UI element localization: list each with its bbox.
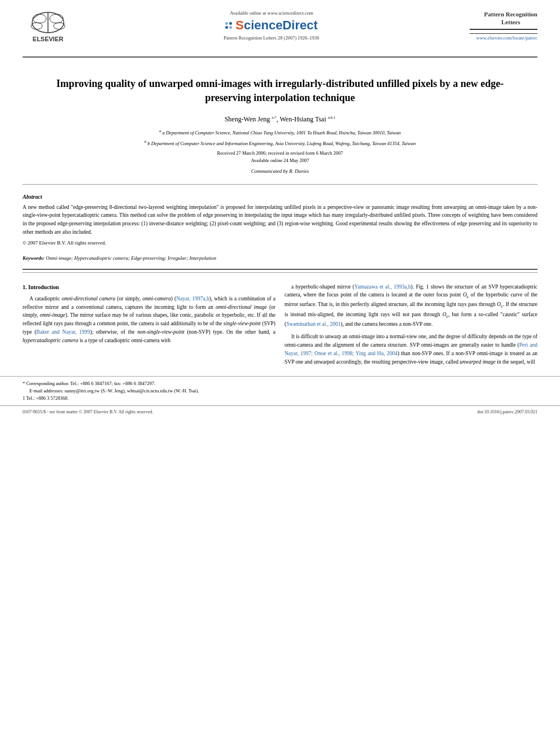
keywords-text: Omni-image; Hypercatadioptric camera; Ed… — [46, 255, 216, 261]
abstract-section: Abstract A new method called "edge-prese… — [0, 189, 560, 252]
footer-bar: 0167-8655/$ - see front matter © 2007 El… — [0, 405, 560, 418]
header: ELSEVIER Available online at www.science… — [0, 0, 560, 54]
authors: Sheng-Wen Jeng a,*, Wen-Hsiang Tsai a,b,… — [45, 115, 515, 124]
footnote-star: * Corresponding author. Tel.: +886 6 384… — [23, 380, 537, 387]
col-left: 1. Introduction A catadioptric omni-dire… — [23, 283, 275, 371]
copyright: © 2007 Elsevier B.V. All rights reserved… — [23, 239, 537, 247]
elsevier-logo: ELSEVIER — [23, 10, 73, 51]
header-right: Pattern RecognitionLetters www.elsevier.… — [470, 10, 537, 41]
sd-dots — [225, 22, 232, 29]
received-date: Received 27 March 2006; received in revi… — [45, 150, 515, 165]
section1-para3: It is difficult to unwarp an omni-image … — [285, 333, 537, 366]
header-top: ELSEVIER Available online at www.science… — [23, 10, 537, 51]
footnotes: * Corresponding author. Tel.: +886 6 384… — [0, 376, 560, 405]
title-section: Improving quality of unwarped omni-image… — [0, 60, 560, 180]
abstract-title: Abstract — [23, 194, 537, 200]
keywords-section: Keywords: Omni-image; Hypercatadioptric … — [0, 252, 560, 264]
journal-name-line: Pattern Recognition Letters 28 (2007) 19… — [224, 35, 319, 41]
footer-issn: 0167-8655/$ - see front matter © 2007 El… — [23, 409, 153, 414]
keywords-label: Keywords: — [23, 255, 45, 261]
sciencedirect-text: ScienceDirect — [235, 18, 318, 33]
sciencedirect-logo: ScienceDirect — [225, 18, 318, 33]
paper-title: Improving quality of unwarped omni-image… — [45, 77, 515, 105]
communicated: Communicated by R. Davies — [45, 168, 515, 174]
page: ELSEVIER Available online at www.science… — [0, 0, 560, 747]
section1-heading: 1. Introduction — [23, 283, 275, 292]
section1-para2: a hyperbolic-shaped mirror (Yamazawa et … — [285, 283, 537, 329]
main-content: 1. Introduction A catadioptric omni-dire… — [0, 277, 560, 377]
footnote-email: E-mail addresses: sunny@itri.org.tw (S.-… — [23, 387, 537, 395]
footer-doi: doi:10.1016/j.patrec.2007.03.021 — [478, 409, 537, 414]
abstract-text: A new method called "edge-preserving 8-d… — [23, 203, 537, 237]
col-right: a hyperbolic-shaped mirror (Yamazawa et … — [285, 283, 537, 371]
section1-para1: A catadioptric omni-directional camera (… — [23, 295, 275, 344]
affiliation-a: a a Department of Computer Science, Nati… — [45, 128, 515, 137]
website-line: www.elsevier.com/locate/patrec — [476, 35, 537, 41]
affiliation-b: b b Department of Computer Science and I… — [45, 139, 515, 147]
svg-text:ELSEVIER: ELSEVIER — [33, 36, 63, 42]
footnote-one: 1 Tel.: +886 3 5728368. — [23, 395, 537, 402]
journal-center: Available online at www.sciencedirect.co… — [73, 10, 470, 42]
available-online-text: Available online at www.sciencedirect.co… — [230, 10, 313, 16]
journal-right-name: Pattern RecognitionLetters — [484, 10, 537, 27]
